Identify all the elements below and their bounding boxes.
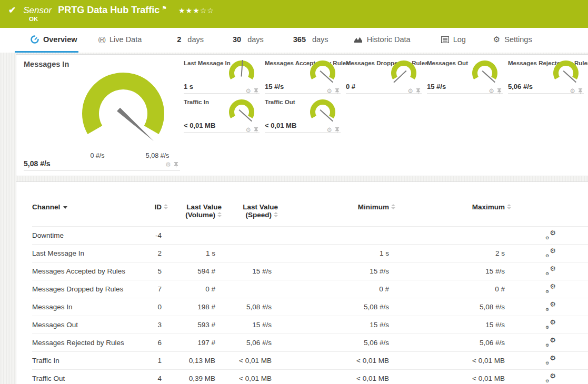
gear-icon[interactable]: ⚙ [326, 87, 332, 95]
cell-maximum: < 0,01 MB [395, 352, 511, 370]
column-header-minimum[interactable]: Minimum [278, 203, 395, 227]
table-row[interactable]: Downtime -4 ⚙⚙ [32, 227, 588, 245]
tab-settings[interactable]: ⚙ Settings [493, 28, 532, 53]
column-header-channel[interactable]: Channel [32, 203, 137, 227]
channels-table: Channel ID Last Value (Volume) Last Valu… [32, 203, 588, 384]
tab-2-days[interactable]: 2 days [177, 28, 204, 53]
gear-icon[interactable]: ⚙ [570, 87, 575, 95]
gear-icon[interactable]: ⚙ [165, 161, 171, 168]
channel-settings-icon[interactable]: ⚙⚙ [545, 337, 556, 347]
cell-channel: Messages Rejected by Rules [32, 334, 137, 352]
gauge-value: < 0,01 MB [265, 122, 296, 129]
channel-settings-icon[interactable]: ⚙⚙ [545, 373, 556, 382]
tab-label: Log [453, 35, 466, 44]
cell-minimum: 1 s [278, 245, 395, 262]
pin-icon[interactable] [416, 88, 421, 94]
channel-settings-icon[interactable]: ⚙⚙ [545, 301, 556, 311]
gear-icon[interactable]: ⚙ [245, 126, 251, 134]
sort-icon[interactable] [507, 204, 511, 209]
flag-icon[interactable]: ⚑ [162, 5, 167, 12]
object-kind-label: Sensor [23, 5, 52, 16]
pin-icon[interactable] [174, 161, 178, 168]
gauge-card: Last Message In 1 s ⚙ [184, 60, 260, 94]
cell-channel: Downtime [32, 227, 137, 245]
priority-stars[interactable]: ★★★☆☆ [178, 6, 214, 15]
tab-label: Live Data [109, 35, 142, 44]
cell-actions: ⚙⚙ [511, 298, 588, 316]
gear-icon[interactable]: ⚙ [489, 87, 494, 95]
tab-log[interactable]: Log [441, 28, 466, 53]
cell-last-value-volume: 0,39 MB [168, 370, 222, 384]
pin-icon[interactable] [254, 88, 258, 94]
column-header-id[interactable]: ID [137, 203, 168, 227]
primary-gauge-min-label: 0 #/s [82, 152, 113, 159]
cell-maximum: 15 #/s [395, 316, 511, 334]
gear-icon[interactable]: ⚙ [326, 126, 332, 134]
cell-minimum: 5,06 #/s [278, 334, 395, 352]
cell-id: 4 [137, 370, 168, 384]
cell-channel: Traffic In [32, 352, 137, 370]
table-row[interactable]: Last Message In 2 1 s 1 s 2 s ⚙⚙ [32, 245, 588, 262]
tab-historic-data[interactable]: Historic Data [354, 28, 411, 53]
gauge-title: Last Message In [184, 60, 231, 66]
cell-last-value-speed: < 0,01 MB [222, 370, 278, 384]
table-row[interactable]: Traffic Out 4 0,39 MB < 0,01 MB < 0,01 M… [32, 370, 588, 384]
pin-icon[interactable] [335, 88, 340, 94]
cell-id: 0 [137, 298, 168, 316]
channel-settings-icon[interactable]: ⚙⚙ [545, 284, 556, 293]
pin-icon[interactable] [335, 127, 340, 133]
gauge-title: Traffic Out [265, 99, 295, 105]
table-row[interactable]: Messages Accepted by Rules 5 594 # 15 #/… [32, 262, 588, 280]
gear-icon[interactable]: ⚙ [245, 87, 251, 95]
sort-icon[interactable] [391, 204, 395, 209]
sort-icon[interactable] [217, 212, 222, 217]
pin-icon[interactable] [497, 88, 502, 94]
cell-minimum: 15 #/s [278, 316, 395, 334]
cell-channel: Messages Out [32, 316, 137, 334]
pin-icon[interactable] [578, 88, 583, 94]
gear-icon[interactable]: ⚙ [407, 87, 413, 95]
tab-live-data[interactable]: ((•)) Live Data [98, 28, 142, 53]
channel-settings-icon[interactable]: ⚙⚙ [545, 248, 556, 257]
cell-maximum [395, 227, 511, 245]
table-row[interactable]: Traffic In 1 0,13 MB < 0,01 MB < 0,01 MB… [32, 352, 588, 370]
gauge-card-actions: ⚙ [326, 126, 340, 134]
tab-label: days [247, 35, 264, 44]
sort-icon[interactable] [164, 204, 168, 209]
cell-id: 2 [137, 245, 168, 262]
channels-panel: Channel ID Last Value (Volume) Last Valu… [16, 181, 588, 384]
column-header-maximum[interactable]: Maximum [395, 203, 511, 227]
cell-last-value-speed: 15 #/s [222, 262, 278, 280]
table-row[interactable]: Messages Rejected by Rules 6 197 # 5,06 … [32, 334, 588, 352]
channel-settings-icon[interactable]: ⚙⚙ [545, 319, 556, 329]
gauge-card-actions: ⚙ [570, 87, 583, 95]
cell-maximum: 15 #/s [395, 262, 511, 280]
stars-empty[interactable]: ☆☆ [200, 6, 214, 15]
pin-icon[interactable] [254, 127, 258, 133]
table-row[interactable]: Messages Dropped by Rules 7 0 # 0 # 0 # … [32, 280, 588, 298]
cell-channel: Last Message In [32, 245, 137, 262]
channel-settings-icon[interactable]: ⚙⚙ [545, 230, 556, 239]
tab-30-days[interactable]: 30 days [233, 28, 264, 53]
sort-icon[interactable] [274, 212, 278, 217]
stars-filled[interactable]: ★★★ [178, 6, 200, 15]
cell-last-value-volume: 1 s [168, 245, 222, 262]
cell-last-value-speed [222, 280, 278, 298]
table-row[interactable]: Messages Out 3 593 # 15 #/s 15 #/s 15 #/… [32, 316, 588, 334]
tab-overview[interactable]: Overview [15, 28, 78, 53]
cell-channel: Messages In [32, 298, 137, 316]
gauge-value: 1 s [184, 83, 193, 90]
channel-settings-icon[interactable]: ⚙⚙ [545, 266, 556, 275]
column-header-last-value-speed[interactable]: Last Value (Speed) [222, 203, 278, 227]
sensor-header: ✔ Sensor PRTG Data Hub Traffic ⚑ ★★★☆☆ O… [0, 0, 588, 28]
tab-365-days[interactable]: 365 days [293, 28, 328, 53]
gauge-card: Traffic Out < 0,01 MB ⚙ [265, 99, 341, 133]
primary-gauge-value: 5,08 #/s [24, 159, 51, 168]
gauges-panel: Messages In 0 #/s 5,08 #/s 5,08 #/s ⚙ La… [16, 54, 588, 176]
channel-settings-icon[interactable]: ⚙⚙ [545, 355, 556, 365]
gauge-card: Messages Out 15 #/s ⚙ [427, 60, 503, 94]
column-header-last-value-volume[interactable]: Last Value (Volume) [168, 203, 222, 227]
cell-last-value-speed: 5,06 #/s [222, 334, 278, 352]
table-row[interactable]: Messages In 0 198 # 5,08 #/s 5,08 #/s 5,… [32, 298, 588, 316]
cell-last-value-speed [222, 245, 278, 262]
